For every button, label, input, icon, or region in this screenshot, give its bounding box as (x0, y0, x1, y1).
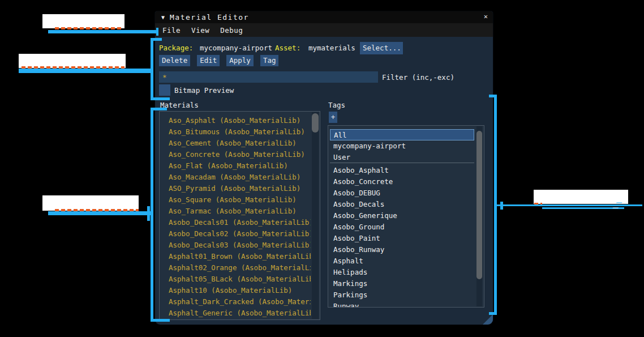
action-button[interactable]: Apply (226, 55, 254, 66)
tags-list[interactable]: Allmycompany-airportUserAsobo_AsphaltAso… (328, 125, 484, 308)
material-list-item[interactable]: Asphalt01_Brown (Asobo_MaterialLib) (169, 251, 311, 262)
tag-list-item[interactable]: Asphalt (330, 255, 474, 267)
materials-bracket-top-tick (151, 108, 167, 110)
material-list-item[interactable]: Asphalt05_BLack (Asobo_MaterialLib) (169, 274, 311, 285)
material-list-item[interactable]: Aso_Concrete (Asobo_MaterialLib) (169, 149, 311, 160)
select-button[interactable]: Select... (360, 42, 403, 54)
tag-list-item[interactable]: Helipads (330, 267, 474, 278)
tag-list-item[interactable]: Asobo_DEBUG (330, 187, 474, 199)
callout-line-toolbar (19, 69, 152, 73)
material-list-item[interactable]: Aso_Bitumous (Asobo_MaterialLib) (169, 126, 311, 138)
collapse-triangle-icon[interactable]: ▼ (161, 14, 165, 20)
title-bar[interactable]: ▼ Material Editor ✕ (155, 11, 493, 23)
package-label: Package: (159, 44, 193, 52)
tag-list-item[interactable]: Asobo_Runway (330, 244, 474, 255)
tag-list-item[interactable]: All (330, 129, 474, 140)
close-icon[interactable]: ✕ (484, 12, 488, 20)
tag-list-item[interactable]: Asobo_Decals (330, 199, 474, 210)
action-button[interactable]: Delete (159, 55, 190, 66)
menu-item[interactable]: View (191, 26, 209, 35)
action-button[interactable]: Edit (197, 55, 220, 66)
window-title: Material Editor (170, 13, 249, 22)
material-list-item[interactable]: Asobo_Decals02 (Asobo_MaterialLib) (169, 228, 311, 240)
asset-label: Asset: (275, 44, 300, 52)
tags-panel-label: Tags (328, 101, 345, 109)
callout-cross-tick-materials (147, 206, 150, 221)
action-button-row: DeleteEditApplyTag (159, 55, 278, 66)
tag-list-item[interactable]: Asobo_Concrete (330, 176, 474, 187)
material-list-item[interactable]: Aso_Asphalt (Asobo_MaterialLib) (169, 115, 311, 126)
add-tag-button[interactable]: + (329, 112, 337, 123)
materials-bracket-vertical (151, 108, 153, 322)
callout-box-menu-bar (42, 14, 124, 28)
materials-bracket-bottom-tick (151, 319, 170, 322)
callout-line-endcap-1 (156, 28, 158, 36)
tag-list-item[interactable]: Markings (330, 278, 474, 289)
material-list-item[interactable]: Asphalt10 (Asobo_MaterialLib) (169, 285, 311, 296)
material-list-item[interactable]: Asphalt_Generic (Asobo_MaterialLib) (169, 308, 311, 319)
tag-list-item[interactable]: Asobo_Asphalt (330, 165, 474, 176)
tag-list-item[interactable]: User (330, 152, 474, 163)
tags-bracket-bottom-tick (489, 312, 497, 315)
tag-list-item[interactable]: Runway (330, 301, 474, 307)
tag-list-item[interactable]: Asobo_Generique (330, 210, 474, 221)
tags-scrollbar[interactable] (476, 126, 482, 306)
material-list-item[interactable]: Aso_Cement (Asobo_MaterialLib) (169, 138, 311, 149)
materials-scrollbar-thumb[interactable] (312, 113, 319, 133)
menu-item[interactable]: Debug (220, 26, 243, 35)
asset-value: mymaterials (308, 44, 355, 52)
tag-list-item[interactable]: Asobo_Ground (330, 221, 474, 233)
callout-line-menu-bar (48, 30, 157, 33)
material-list-item[interactable]: Asphalt_Dark_Cracked (Asobo_MaterialLib) (169, 296, 311, 308)
tag-list-item[interactable]: Asobo_Paint (330, 233, 474, 244)
action-button[interactable]: Tag (260, 55, 279, 66)
tags-bracket-vertical (494, 95, 497, 315)
tag-list-item[interactable]: Parkings (330, 289, 474, 301)
toolbar-bracket-vertical (151, 38, 153, 100)
orange-underline-1 (55, 27, 123, 29)
material-list-item[interactable]: Aso_Flat (Asobo_MaterialLib) (169, 160, 311, 172)
package-value: mycompany-airport (200, 44, 272, 52)
annotated-screenshot-canvas: { "window": { "title": "Material Editor"… (0, 0, 644, 337)
filter-label: Filter (inc,-exc) (382, 73, 454, 82)
material-list-item[interactable]: Aso_Square (Asobo_MaterialLib) (169, 194, 311, 206)
material-list-item[interactable]: ASO_Pyramid (Asobo_MaterialLib) (169, 183, 311, 194)
materials-scrollbar[interactable] (312, 112, 319, 319)
material-list-item[interactable]: Asobo_Decals03 (Asobo_MaterialLib) (169, 240, 311, 251)
bitmap-preview-label: Bitmap Preview (174, 86, 234, 95)
material-list-item[interactable]: Aso_Macadam (Asobo_MaterialLib) (169, 172, 311, 183)
resize-grip[interactable] (483, 314, 493, 325)
callout-box-materials (42, 195, 139, 211)
tags-scrollbar-thumb[interactable] (476, 131, 482, 279)
toolbar-bracket-bottom-tick (151, 97, 170, 100)
material-list-item[interactable]: Asobo_Decals01 (Asobo_MaterialLib) (169, 217, 311, 228)
menu-item[interactable]: File (162, 26, 181, 35)
bitmap-preview-checkbox[interactable] (159, 84, 170, 96)
menu-bar: FileViewDebug (155, 23, 493, 37)
callout-box-tags (534, 190, 628, 204)
filter-input[interactable] (159, 71, 378, 83)
materials-list[interactable]: Aso_Asphalt (Asobo_MaterialLib)Aso_Bitum… (159, 111, 320, 320)
toolbar-bracket-top-tick (151, 38, 162, 41)
tags-bracket-top-tick (489, 95, 497, 97)
callout-cross-tick-tags (500, 202, 503, 210)
tag-list-item[interactable]: mycompany-airport (330, 140, 474, 152)
material-editor-window: ▼ Material Editor ✕ FileViewDebug Packag… (155, 11, 493, 325)
callout-line-materials (48, 211, 152, 215)
material-list-item[interactable]: Aso_Tarmac (Asobo_MaterialLib) (169, 206, 311, 217)
material-list-item[interactable]: Asphalt02_Orange (Asobo_MaterialLib) (169, 262, 311, 274)
